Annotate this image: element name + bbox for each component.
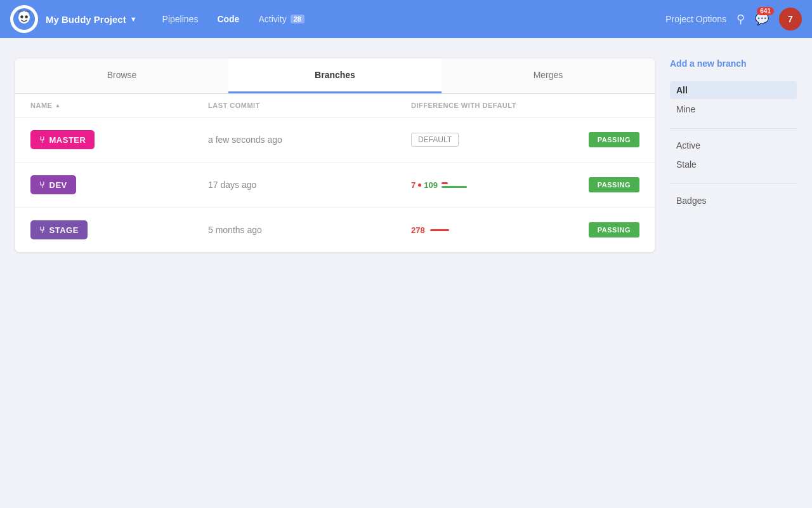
diff-behind-stage: 278 <box>411 225 425 235</box>
col-header-commit: LAST COMMIT <box>208 102 411 109</box>
logo <box>10 5 38 33</box>
diff-stage: 278 <box>411 225 563 235</box>
filter-mine[interactable]: Mine <box>670 100 797 118</box>
tab-browse[interactable]: Browse <box>15 58 228 93</box>
project-options-link[interactable]: Project Options <box>665 14 726 24</box>
status-stage: PASSING <box>563 222 639 237</box>
diff-bar-ahead <box>442 186 467 188</box>
filter-active[interactable]: Active <box>670 137 797 154</box>
activity-badge: 28 <box>291 15 304 23</box>
col-header-name[interactable]: NAME ▲ <box>30 102 208 109</box>
tabs: Browse Branches Merges <box>15 58 655 94</box>
status-master: PASSING <box>563 132 639 147</box>
diff-dot-dev <box>418 184 421 187</box>
branch-icon-master: ⑂ <box>39 135 45 145</box>
filter-all[interactable]: All <box>670 81 797 99</box>
branch-name-master: ⑂ MASTER <box>30 130 208 149</box>
sort-icon: ▲ <box>55 102 60 109</box>
commit-dev: 17 days ago <box>208 180 411 190</box>
nav-pipelines[interactable]: Pipelines <box>155 9 206 29</box>
filter-group-3: Badges <box>670 192 797 210</box>
project-name[interactable]: My Buddy Project ▼ <box>46 14 137 25</box>
table-header: NAME ▲ LAST COMMIT DIFFERENCE WITH DEFAU… <box>15 94 655 117</box>
nav-links: Pipelines Code Activity 28 <box>155 9 312 29</box>
status-dev: PASSING <box>563 177 639 192</box>
nav-code[interactable]: Code <box>209 9 247 29</box>
main-card: Browse Branches Merges NAME ▲ LAST COMMI… <box>15 58 655 252</box>
branch-tag-dev[interactable]: ⑂ DEV <box>30 175 76 194</box>
avatar-label: 7 <box>788 14 793 24</box>
filter-divider-1 <box>670 128 797 129</box>
passing-badge-dev: PASSING <box>589 177 639 192</box>
tab-branches[interactable]: Branches <box>228 58 442 93</box>
svg-point-3 <box>25 15 28 18</box>
project-name-label: My Buddy Project <box>46 14 126 25</box>
navbar: My Buddy Project ▼ Pipelines Code Activi… <box>0 0 812 38</box>
diff-behind-dev: 7 <box>411 180 416 190</box>
project-dropdown-icon: ▼ <box>130 15 137 23</box>
tab-merges[interactable]: Merges <box>442 58 655 93</box>
diff-bar-behind <box>442 182 448 184</box>
filter-group-1: All Mine <box>670 81 797 118</box>
branch-tag-stage[interactable]: ⑂ STAGE <box>30 220 88 239</box>
nav-activity[interactable]: Activity 28 <box>251 9 312 29</box>
filter-stale[interactable]: Stale <box>670 156 797 173</box>
navbar-right: Project Options ⚲ 💬 641 7 <box>665 8 802 30</box>
passing-badge-stage: PASSING <box>589 222 639 237</box>
notifications-badge: 641 <box>757 7 774 15</box>
table-row: ⑂ DEV 17 days ago 7 109 <box>15 163 655 208</box>
branch-name-dev: ⑂ DEV <box>30 175 208 194</box>
diff-bars-dev <box>442 182 467 188</box>
commit-stage: 5 months ago <box>208 225 411 235</box>
commit-master: a few seconds ago <box>208 135 411 145</box>
branch-icon-stage: ⑂ <box>39 225 45 235</box>
page-content: Browse Branches Merges NAME ▲ LAST COMMI… <box>0 38 812 272</box>
notifications-icon[interactable]: 💬 641 <box>755 12 769 26</box>
diff-visual-dev: 7 109 <box>411 180 467 190</box>
sidebar: Add a new branch All Mine Active Stale B… <box>670 58 797 252</box>
default-badge: DEFAULT <box>411 133 459 147</box>
avatar[interactable]: 7 <box>779 8 802 30</box>
branch-icon-dev: ⑂ <box>39 180 45 190</box>
svg-point-2 <box>20 15 23 18</box>
filter-divider-2 <box>670 184 797 184</box>
add-branch-link[interactable]: Add a new branch <box>670 58 797 69</box>
diff-visual-stage: 278 <box>411 225 449 235</box>
table-row: ⑂ MASTER a few seconds ago DEFAULT PASSI… <box>15 117 655 163</box>
search-icon[interactable]: ⚲ <box>737 12 745 26</box>
diff-dev: 7 109 <box>411 180 563 190</box>
filter-group-2: Active Stale <box>670 137 797 173</box>
filter-badges[interactable]: Badges <box>670 192 797 210</box>
branch-tag-master[interactable]: ⑂ MASTER <box>30 130 95 149</box>
table-row: ⑂ STAGE 5 months ago 278 PASSING <box>15 208 655 252</box>
diff-bar-stage <box>430 229 449 231</box>
diff-master: DEFAULT <box>411 133 563 147</box>
branch-table: NAME ▲ LAST COMMIT DIFFERENCE WITH DEFAU… <box>15 94 655 252</box>
passing-badge-master: PASSING <box>589 132 639 147</box>
col-header-diff: DIFFERENCE WITH DEFAULT <box>411 102 563 109</box>
branch-name-stage: ⑂ STAGE <box>30 220 208 239</box>
diff-ahead-dev: 109 <box>424 180 438 190</box>
